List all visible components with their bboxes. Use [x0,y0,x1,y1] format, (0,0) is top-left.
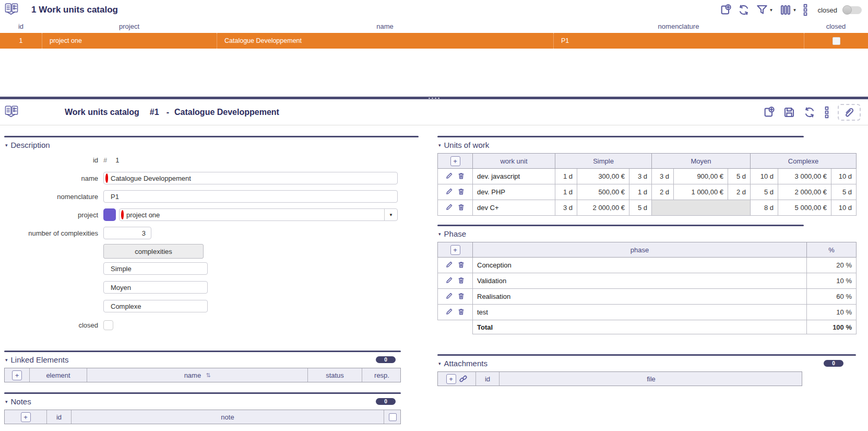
notes-header[interactable]: ▾ Notes 0 [4,394,402,410]
value-cell: 2 d [728,184,751,200]
closed-checkbox[interactable] [103,320,113,330]
id-value: 1 [115,156,119,164]
row-closed-checkbox[interactable] [833,37,840,45]
col-header-project[interactable]: project [42,22,217,30]
add-phase-button[interactable]: + [450,245,460,255]
section-units-of-work: ▾ Units of work + work unit Simple Moyen [437,136,856,216]
add-record-icon[interactable] [719,4,732,16]
edit-icon[interactable] [445,292,453,300]
description-header[interactable]: ▾ Description [4,137,401,153]
col-header-note[interactable]: note [71,410,384,424]
add-attachment-button[interactable]: + [446,374,456,384]
value-cell: 5 d [751,184,778,200]
delete-icon[interactable] [457,308,465,316]
edit-icon[interactable] [445,276,453,284]
refresh-icon[interactable] [803,106,816,119]
attachments-header[interactable]: ▾ Attachments 0 [437,356,857,371]
value-cell: 1 d [555,184,577,200]
edit-icon[interactable] [445,261,453,269]
refresh-icon[interactable] [738,4,750,16]
delete-icon[interactable] [457,188,465,195]
col-header-element[interactable]: element [29,368,87,382]
filter-icon[interactable] [756,4,768,16]
project-select[interactable]: project one ▼ [119,208,398,221]
list-toolbar: ▼ ▼ closed [719,4,862,16]
edit-icon[interactable] [445,172,453,180]
units-of-work-header[interactable]: ▾ Units of work [437,137,856,153]
notes-header-checkbox[interactable] [389,413,397,421]
linked-elements-table-header: + element name⇅ status resp. [4,368,401,382]
delete-icon[interactable] [457,203,465,211]
col-header-resp[interactable]: resp. [362,368,401,382]
col-header-percent[interactable]: % [807,242,857,258]
more-options-icon[interactable] [802,4,808,16]
complexity-input-2[interactable]: Moyen [103,281,208,294]
num-complexities-input[interactable]: 3 [103,227,151,239]
phase-header[interactable]: ▾ Phase [437,226,856,242]
col-header-simple[interactable]: Simple [555,154,652,169]
attachments-drop-zone[interactable] [838,104,861,121]
phase-table-header-row: + phase % [438,242,857,258]
more-options-icon[interactable] [824,106,830,119]
value-cell: 3 d [629,169,652,184]
filter-dropdown-icon[interactable]: ▼ [769,8,774,13]
col-header-phase[interactable]: phase [473,242,807,258]
catalog-book-icon [4,3,19,17]
columns-icon[interactable] [779,4,792,16]
link-icon[interactable] [459,375,468,383]
edit-icon[interactable] [445,188,453,195]
work-unit-row: dev. PHP 1 d 500,00 € 1 d 2 d 1 000,00 €… [438,184,857,200]
col-header-file[interactable]: file [499,372,803,386]
table-row-selected[interactable]: 1 project one Catalogue Developpement P1 [0,33,868,49]
plus-icon: + [453,246,457,254]
col-header-id[interactable]: id [46,410,71,424]
complexity-input-1[interactable]: Simple [103,262,208,275]
columns-dropdown-icon[interactable]: ▼ [793,8,797,13]
complexity-input-3[interactable]: Complexe [103,300,208,312]
complexities-header[interactable]: complexities [103,244,204,259]
nomenclature-input[interactable]: P1 [103,190,398,203]
closed-toggle[interactable] [843,6,862,14]
phase-row: test 10 % [438,305,857,320]
delete-icon[interactable] [457,292,465,300]
delete-icon[interactable] [457,261,465,269]
col-header-nomenclature[interactable]: nomenclature [553,22,804,30]
project-dropdown-button[interactable]: ▼ [384,209,397,220]
col-header-complexe[interactable]: Complexe [751,154,857,169]
col-header-id[interactable]: id [475,372,499,386]
col-header-status[interactable]: status [307,368,362,382]
value-cell: 3 000,00 € [778,169,831,184]
add-work-unit-button[interactable]: + [450,156,460,166]
value-cell: 5 d [629,200,652,216]
col-header-name[interactable]: name⇅ [87,368,307,382]
col-header-work-unit[interactable]: work unit [473,154,555,169]
project-color-swatch[interactable] [103,208,116,221]
phase-name: Conception [473,258,807,273]
name-input[interactable]: Catalogue Developpement [103,172,398,184]
col-header-id[interactable]: id [0,22,42,30]
delete-icon[interactable] [457,172,465,180]
page-title: 1 Work units catalog [31,5,118,15]
value-cell: 3 d [555,200,577,216]
linked-elements-header[interactable]: ▾ Linked Elements 0 [4,352,402,368]
field-closed: closed [4,318,401,332]
edit-icon[interactable] [445,308,453,316]
add-note-button[interactable]: + [21,412,31,422]
save-icon[interactable] [783,106,795,119]
field-complexity-1: Simple [4,262,401,275]
value-cell: 2 000,00 € [778,184,831,200]
col-header-closed[interactable]: closed [804,22,868,30]
field-label: nomenclature [4,193,103,201]
add-linked-element-button[interactable]: + [12,370,22,380]
delete-icon[interactable] [457,276,465,284]
phase-name: test [473,305,807,320]
detail-header: Work units catalog #1 - Catalogue Develo… [0,99,868,125]
add-record-icon[interactable] [763,106,775,119]
complexities-header-row: complexities [4,244,401,258]
value-cell: 8 d [751,200,778,216]
col-header-name[interactable]: name [217,22,553,30]
value-cell: 1 d [555,169,577,184]
edit-icon[interactable] [445,203,453,211]
col-header-moyen[interactable]: Moyen [652,154,751,169]
value-cell: 900,00 € [674,169,728,184]
